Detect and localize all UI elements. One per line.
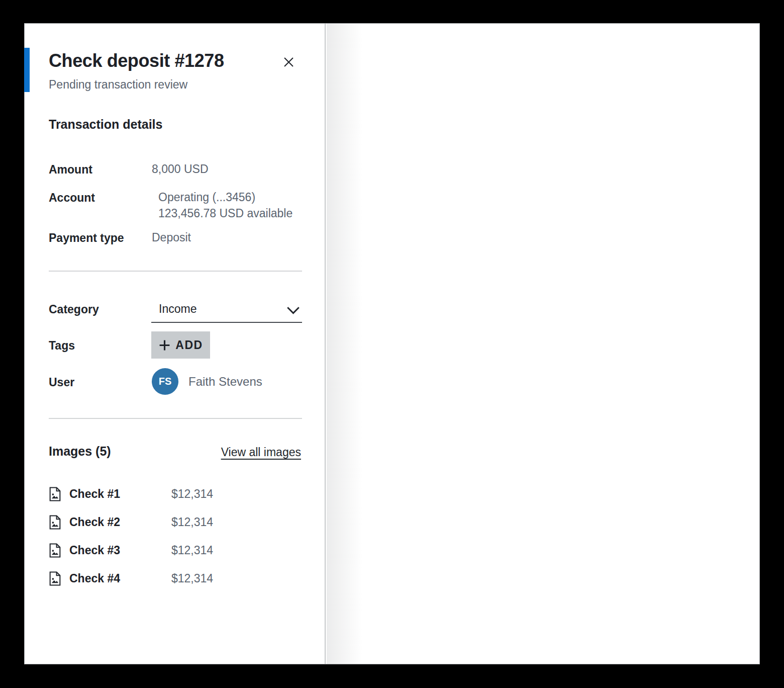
account-label: Account bbox=[49, 190, 95, 205]
image-list-item[interactable]: Check #1 $12,314 bbox=[49, 485, 302, 503]
view-all-images-link[interactable]: View all images bbox=[221, 446, 301, 459]
file-image-icon bbox=[49, 543, 61, 558]
image-amount: $12,314 bbox=[171, 515, 213, 529]
user-name: Faith Stevens bbox=[188, 375, 262, 389]
drawer-shadow bbox=[327, 24, 363, 664]
drawer-title: Check deposit #1278 bbox=[49, 50, 224, 71]
chevron-down-icon bbox=[286, 306, 300, 317]
category-select[interactable]: Income bbox=[151, 300, 302, 323]
close-icon bbox=[282, 55, 296, 69]
image-name: Check #3 bbox=[69, 544, 120, 557]
image-amount: $12,314 bbox=[171, 544, 213, 557]
amount-label: Amount bbox=[49, 162, 92, 177]
drawer-subtitle: Pending transaction review bbox=[49, 78, 187, 92]
divider bbox=[49, 418, 302, 419]
transaction-details-heading: Transaction details bbox=[49, 117, 162, 132]
file-image-icon bbox=[49, 487, 61, 501]
image-amount: $12,314 bbox=[171, 572, 213, 585]
transaction-details-drawer: Check deposit #1278 Pending transaction … bbox=[25, 24, 326, 664]
image-name: Check #2 bbox=[69, 515, 120, 529]
category-label: Category bbox=[49, 302, 99, 317]
user-label: User bbox=[49, 375, 74, 390]
accent-bar bbox=[24, 48, 30, 92]
images-heading: Images (5) bbox=[49, 444, 111, 459]
modal-panel: Check deposit #1278 Pending transaction … bbox=[24, 23, 760, 664]
user-avatar-initials: FS bbox=[159, 376, 172, 387]
payment-type-value: Deposit bbox=[152, 229, 191, 245]
close-button[interactable] bbox=[279, 52, 298, 71]
category-select-value: Income bbox=[159, 302, 197, 316]
content-area bbox=[363, 24, 759, 664]
image-name: Check #4 bbox=[69, 572, 120, 585]
account-value-line1: Operating (...3456) bbox=[158, 189, 255, 205]
file-image-icon bbox=[49, 515, 61, 530]
image-name: Check #1 bbox=[69, 487, 120, 501]
tags-label: Tags bbox=[49, 338, 75, 353]
account-value-line2: 123,456.78 USD available bbox=[158, 205, 292, 221]
file-image-icon bbox=[49, 571, 61, 586]
image-list-item[interactable]: Check #2 $12,314 bbox=[49, 513, 302, 531]
plus-icon bbox=[158, 339, 171, 352]
image-amount: $12,314 bbox=[171, 487, 213, 501]
screen: { "colors": { "accent_blue": "#0d72cc", … bbox=[0, 0, 784, 688]
image-list-item[interactable]: Check #4 $12,314 bbox=[49, 569, 302, 587]
payment-type-label: Payment type bbox=[49, 230, 124, 245]
user-avatar: FS bbox=[152, 368, 178, 395]
add-tag-button-label: ADD bbox=[175, 338, 203, 352]
divider bbox=[49, 271, 302, 272]
add-tag-button[interactable]: ADD bbox=[151, 331, 210, 359]
amount-value: 8,000 USD bbox=[152, 161, 209, 177]
image-list-item[interactable]: Check #3 $12,314 bbox=[49, 541, 302, 559]
